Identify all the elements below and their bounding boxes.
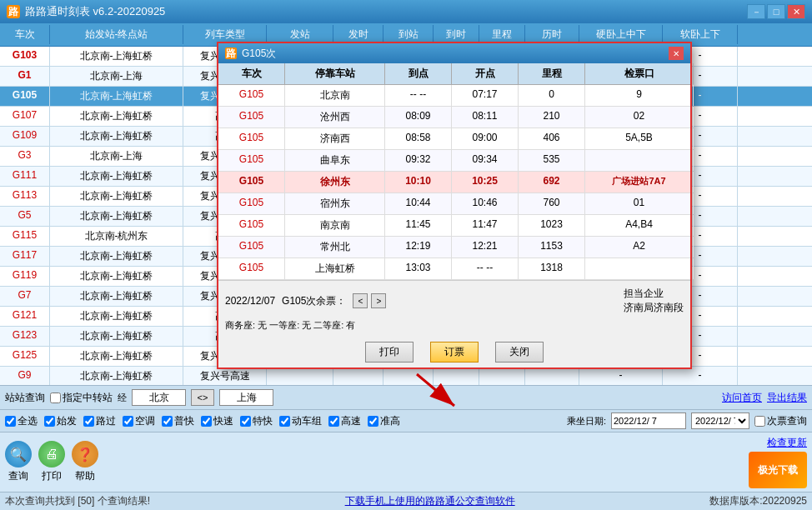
- modal-title-bar: 路 G105次 ✕: [218, 43, 690, 63]
- print-button[interactable]: 🖨 打印: [38, 441, 65, 483]
- filter-normal[interactable]: 普快: [162, 414, 194, 428]
- ticket-prev-button[interactable]: <: [353, 293, 368, 308]
- app-window: 路 路路通时刻表 v6.2-20220925 － □ ✕ 车次 始发站-终点站 …: [0, 0, 812, 510]
- col-route: 始发站-终点站: [50, 25, 183, 44]
- filter-origin[interactable]: 始发: [44, 414, 77, 428]
- station-query-area: 站站查询 指定中转站 经 <> 访问首页 导出结果: [0, 386, 812, 410]
- modal-col-train: 车次: [218, 63, 285, 84]
- filter-all[interactable]: 全选: [5, 414, 38, 428]
- modal-row[interactable]: G105 上海虹桥 13:03 -- -- 1318: [218, 258, 690, 280]
- filter-quasi[interactable]: 准高: [368, 414, 400, 428]
- ticket-seats-info: 商务座: 无 一等座: 无 二等座: 有: [225, 318, 684, 333]
- modal-row[interactable]: G105 北京南 -- -- 07:17 0 9: [218, 85, 690, 107]
- modal-row[interactable]: G105 常州北 12:19 12:21 1153 A2: [218, 237, 690, 258]
- action-area: 🔍 查询 🖨 打印 ❓ 帮助 检查更新: [0, 432, 812, 492]
- modal-ticket-row: 2022/12/07 G105次余票： < > 担当企业 济南局济南段: [225, 284, 684, 318]
- modal-title: 路 G105次: [225, 47, 276, 61]
- modal-print-button[interactable]: 打印: [365, 342, 414, 362]
- modal-row[interactable]: G105 曲阜东 09:32 09:34 535: [218, 150, 690, 172]
- intermediate-label: 经: [118, 392, 127, 404]
- modal-row[interactable]: G105 徐州东 10:10 10:25 692 广场进站7A7: [218, 172, 690, 193]
- query-button[interactable]: 🔍 查询: [5, 441, 32, 483]
- modal-col-dep: 开点: [452, 63, 519, 84]
- once-ticket-checkbox[interactable]: 次票查询: [754, 414, 807, 428]
- search-icon: 🔍: [10, 447, 27, 462]
- modal-col-gate: 检票口: [585, 63, 694, 84]
- download-link[interactable]: 下载手机上使用的路路通公交查询软件: [345, 494, 515, 508]
- col-train: 车次: [0, 25, 50, 44]
- print-label: 打印: [42, 469, 62, 483]
- help-label: 帮助: [75, 469, 95, 483]
- filter-emus[interactable]: 动车组: [279, 414, 322, 428]
- modal-bottom-area: 2022/12/07 G105次余票： < > 担当企业 济南局济南段 商务座:…: [218, 280, 690, 337]
- modal-table-header: 车次 停靠车站 到点 开点 里程 检票口: [218, 63, 690, 85]
- station-query-label: 站站查询: [5, 391, 45, 405]
- modal-col-dist: 里程: [519, 63, 585, 84]
- modal-action-row: 打印 订票 关闭: [218, 337, 690, 368]
- modal-order-button[interactable]: 订票: [430, 342, 479, 362]
- help-icon: ❓: [77, 447, 93, 462]
- company-label: 担当企业: [624, 288, 664, 299]
- date-combo[interactable]: 2022/12/ 7: [691, 412, 749, 429]
- from-station-input[interactable]: [132, 389, 186, 406]
- db-version: 数据库版本:20220925: [709, 494, 807, 508]
- transfer-checkbox-item[interactable]: 指定中转站: [50, 391, 113, 405]
- result-count: 本次查询共找到 [50] 个查询结果!: [5, 494, 150, 508]
- jiguang-logo: 极光下载: [749, 452, 807, 488]
- close-button[interactable]: ✕: [787, 4, 805, 19]
- company-info: 担当企业 济南局济南段: [624, 287, 684, 315]
- check-update-link[interactable]: 检查更新: [767, 436, 807, 450]
- ticket-date-label: 2022/12/07: [225, 295, 275, 307]
- window-controls: － □ ✕: [747, 4, 805, 19]
- modal-row[interactable]: G105 南京南 11:45 11:47 1023 A4,B4: [218, 215, 690, 237]
- train-detail-modal: 路 G105次 ✕ 车次 停靠车站 到点 开点 里程 检票口 G105 北京南 …: [217, 42, 692, 369]
- filter-fast[interactable]: 快速: [201, 414, 233, 428]
- help-button[interactable]: ❓ 帮助: [72, 441, 98, 483]
- modal-row[interactable]: G105 济南西 08:58 09:00 406 5A,5B: [218, 128, 690, 150]
- ticket-train-label: G105次余票：: [282, 294, 346, 308]
- swap-button[interactable]: <>: [191, 389, 214, 406]
- export-results-link[interactable]: 导出结果: [767, 391, 807, 405]
- modal-col-arr: 到点: [385, 63, 452, 84]
- transfer-label: 指定中转站: [63, 391, 113, 405]
- filter-express[interactable]: 特快: [240, 414, 273, 428]
- filter-ac[interactable]: 空调: [123, 414, 155, 428]
- print-icon: 🖨: [45, 447, 58, 462]
- modal-close-x-button[interactable]: ✕: [669, 47, 684, 60]
- ticket-next-button[interactable]: >: [371, 293, 386, 308]
- app-icon: 路: [7, 5, 20, 18]
- modal-row[interactable]: G105 宿州东 10:44 10:46 760 01: [218, 193, 690, 215]
- query-label: 查询: [8, 469, 28, 483]
- visit-homepage-link[interactable]: 访问首页: [722, 391, 762, 405]
- filter-pass[interactable]: 路过: [83, 414, 116, 428]
- status-bar: 本次查询共找到 [50] 个查询结果! 下载手机上使用的路路通公交查询软件 数据…: [0, 492, 812, 510]
- filter-area: 全选 始发 路过 空调 普快 快速 特快 动车组 高速 准高 乘坐日期: 202…: [0, 410, 812, 432]
- ticket-nav: < >: [353, 293, 386, 308]
- date-label: 乘坐日期:: [567, 415, 606, 428]
- minimize-button[interactable]: －: [747, 4, 765, 19]
- modal-table-body: G105 北京南 -- -- 07:17 0 9 G105 沧州西 08:09 …: [218, 85, 690, 280]
- company-value: 济南局济南段: [624, 302, 684, 313]
- to-station-input[interactable]: [219, 389, 273, 406]
- app-title: 路路通时刻表 v6.2-20220925: [25, 4, 165, 19]
- title-bar: 路 路路通时刻表 v6.2-20220925 － □ ✕: [0, 0, 812, 23]
- modal-icon: 路: [225, 48, 237, 59]
- modal-row[interactable]: G105 沧州西 08:09 08:11 210 02: [218, 107, 690, 128]
- date-input[interactable]: [611, 412, 686, 429]
- filter-high[interactable]: 高速: [328, 414, 361, 428]
- transfer-checkbox[interactable]: [50, 392, 61, 403]
- modal-close-button[interactable]: 关闭: [495, 342, 544, 362]
- maximize-button[interactable]: □: [767, 4, 785, 19]
- table-row[interactable]: G9 北京南-上海虹桥 复兴号高速 --: [0, 367, 812, 385]
- modal-col-station: 停靠车站: [285, 63, 385, 84]
